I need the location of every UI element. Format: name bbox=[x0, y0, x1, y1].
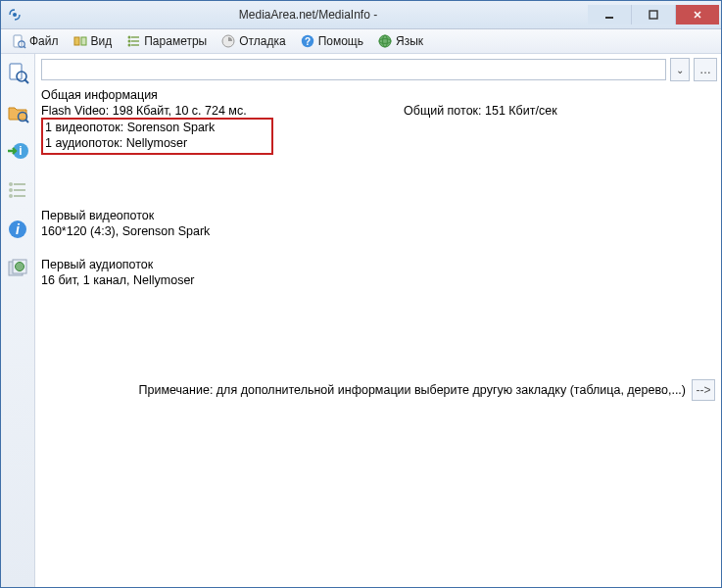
section-video: Первый видеопоток 160*120 (4:3), Sorenso… bbox=[37, 208, 713, 239]
svg-rect-13 bbox=[131, 44, 139, 45]
highlight-box: 1 видеопоток: Sorenson Spark 1 аудиопото… bbox=[41, 118, 273, 155]
section-general: Общая информация Flash Video: 198 Кбайт,… bbox=[37, 87, 713, 155]
menu-view[interactable]: Вид bbox=[67, 31, 119, 51]
svg-point-10 bbox=[128, 40, 131, 43]
minimize-button[interactable] bbox=[588, 5, 631, 24]
svg-rect-28 bbox=[14, 183, 25, 185]
svg-rect-9 bbox=[131, 36, 139, 37]
window-controls bbox=[588, 5, 719, 24]
title-bar: MediaArea.net/MediaInfo - bbox=[1, 1, 721, 29]
svg-rect-11 bbox=[131, 40, 139, 41]
svg-rect-30 bbox=[14, 189, 25, 191]
general-format-line: Flash Video: 198 Кбайт, 10 с. 724 мс. bbox=[41, 103, 404, 119]
general-audio-stream-line: 1 аудиопоток: Nellymoser bbox=[45, 135, 215, 151]
svg-text:i: i bbox=[19, 144, 22, 158]
hint-go-button[interactable]: --> bbox=[692, 379, 715, 401]
view-icon bbox=[72, 33, 88, 49]
side-toolbar: i i bbox=[1, 54, 35, 587]
path-dropdown-button[interactable]: ⌄ bbox=[670, 58, 690, 81]
maximize-button[interactable] bbox=[631, 5, 676, 24]
svg-point-27 bbox=[9, 182, 13, 186]
path-row: ⌄ … bbox=[35, 54, 721, 85]
section-audio: Первый аудиопоток 16 бит, 1 канал, Nelly… bbox=[37, 257, 713, 288]
client-area: i i ⌄ … Общая информация bbox=[1, 54, 721, 587]
tool-website[interactable] bbox=[5, 256, 30, 281]
menu-help-label: Помощь bbox=[318, 34, 363, 48]
tool-options[interactable] bbox=[5, 177, 30, 203]
info-content: Общая информация Flash Video: 198 Кбайт,… bbox=[35, 85, 721, 587]
menu-file[interactable]: Файл bbox=[5, 31, 65, 51]
tool-open-folder[interactable] bbox=[5, 99, 30, 124]
svg-line-22 bbox=[24, 79, 28, 83]
video-header: Первый видеопоток bbox=[41, 208, 713, 223]
hint-row: Примечание: для дополнительной информаци… bbox=[139, 379, 715, 401]
svg-point-37 bbox=[16, 263, 24, 271]
svg-point-31 bbox=[9, 194, 13, 198]
close-button[interactable] bbox=[676, 5, 719, 24]
general-bitrate-line: Общий поток: 151 Кбит/сек bbox=[404, 103, 557, 119]
general-video-stream-line: 1 видеопоток: Sorenson Spark bbox=[45, 120, 215, 135]
menu-language[interactable]: Язык bbox=[371, 31, 429, 51]
menu-help[interactable]: ? Помощь bbox=[294, 31, 369, 51]
svg-point-8 bbox=[128, 36, 131, 39]
window-title: MediaArea.net/MediaInfo - bbox=[28, 8, 588, 22]
app-window: MediaArea.net/MediaInfo - Файл Вид bbox=[0, 0, 722, 588]
svg-line-5 bbox=[24, 46, 25, 48]
menu-params-label: Параметры bbox=[144, 34, 207, 48]
menu-debug[interactable]: Отладка bbox=[215, 31, 291, 51]
menu-file-label: Файл bbox=[29, 34, 59, 48]
svg-point-17 bbox=[379, 35, 391, 47]
menu-language-label: Язык bbox=[396, 34, 423, 48]
audio-detail-line: 16 бит, 1 канал, Nellymoser bbox=[41, 272, 713, 288]
file-icon bbox=[11, 33, 26, 49]
hint-text: Примечание: для дополнительной информаци… bbox=[139, 383, 686, 397]
svg-line-24 bbox=[25, 120, 28, 122]
debug-icon bbox=[220, 33, 236, 49]
svg-point-12 bbox=[128, 44, 131, 47]
svg-point-0 bbox=[13, 13, 17, 17]
app-icon bbox=[7, 7, 23, 23]
svg-point-29 bbox=[9, 188, 13, 192]
svg-rect-6 bbox=[74, 37, 79, 45]
svg-rect-1 bbox=[605, 17, 613, 19]
menu-view-label: Вид bbox=[91, 34, 113, 48]
menu-debug-label: Отладка bbox=[239, 34, 285, 48]
tool-open-file[interactable] bbox=[5, 60, 30, 85]
help-icon: ? bbox=[300, 33, 315, 49]
params-icon bbox=[125, 33, 141, 49]
svg-rect-7 bbox=[81, 37, 86, 45]
menu-params[interactable]: Параметры bbox=[120, 31, 213, 51]
tool-export[interactable]: i bbox=[5, 138, 30, 164]
main-panel: ⌄ … Общая информация Flash Video: 198 Кб… bbox=[35, 54, 721, 587]
video-detail-line: 160*120 (4:3), Sorenson Spark bbox=[41, 223, 713, 239]
tool-about[interactable]: i bbox=[5, 217, 30, 242]
svg-text:?: ? bbox=[305, 36, 311, 47]
general-header: Общая информация bbox=[41, 87, 713, 103]
path-input[interactable] bbox=[41, 59, 666, 80]
globe-icon bbox=[377, 33, 393, 49]
svg-rect-32 bbox=[14, 195, 25, 197]
audio-header: Первый аудиопоток bbox=[41, 257, 713, 272]
menu-bar: Файл Вид Параметры Отладка ? Помощь bbox=[1, 29, 721, 54]
browse-button[interactable]: … bbox=[694, 58, 717, 81]
svg-rect-2 bbox=[650, 11, 657, 19]
